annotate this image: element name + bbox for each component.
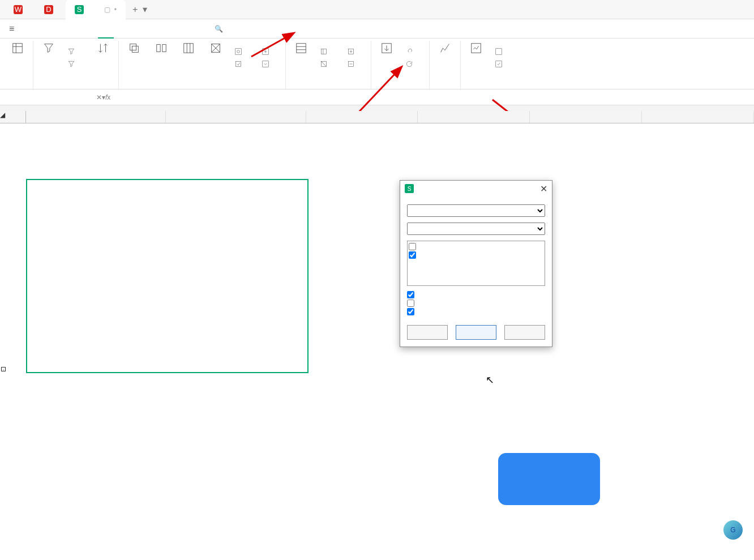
validity-button[interactable] xyxy=(206,41,225,57)
col-hdr-A[interactable] xyxy=(26,111,166,123)
sort-icon xyxy=(96,41,110,55)
menu-vip[interactable] xyxy=(161,19,177,39)
menu-search-icon[interactable]: 🔍 xyxy=(215,25,226,33)
reapply-button[interactable] xyxy=(66,58,85,70)
fill-button[interactable] xyxy=(233,58,252,70)
what-if-button[interactable] xyxy=(494,46,513,57)
jiguang-logo: G xyxy=(723,520,746,540)
menu-smart[interactable] xyxy=(193,19,209,39)
menu-file[interactable] xyxy=(19,19,35,39)
filter-icon xyxy=(41,41,56,55)
method-select[interactable] xyxy=(407,223,545,235)
remove-all-button[interactable] xyxy=(407,325,448,340)
group-icon xyxy=(319,46,329,57)
stock-button[interactable] xyxy=(435,41,455,57)
smart-analysis-button[interactable] xyxy=(466,41,486,57)
pivot-table-button[interactable] xyxy=(8,41,27,57)
svg-rect-9 xyxy=(13,44,23,53)
group-button[interactable] xyxy=(319,46,338,57)
pagebreak-check[interactable] xyxy=(407,299,545,307)
get-data-button[interactable] xyxy=(377,41,396,57)
jiguang-icon: G xyxy=(723,520,743,540)
filter-button[interactable] xyxy=(39,41,58,57)
check-icon xyxy=(494,59,504,69)
duplicates-icon xyxy=(127,41,142,55)
ok-button[interactable] xyxy=(456,325,496,340)
field-select[interactable] xyxy=(407,204,545,217)
below-check[interactable] xyxy=(407,307,545,316)
tab-workbook[interactable]: S▢ • xyxy=(66,0,126,19)
cancel-button[interactable] xyxy=(504,325,545,340)
col-hdr-D[interactable] xyxy=(418,111,530,123)
menu-bar: ≡ 🔍 xyxy=(0,19,754,39)
find-entry-button[interactable] xyxy=(233,46,252,57)
validity-icon xyxy=(208,41,223,55)
tab-wps[interactable]: W xyxy=(5,0,35,19)
refresh-all-button[interactable] xyxy=(404,58,423,70)
dropdown-list-button[interactable] xyxy=(260,58,280,70)
name-box[interactable]: ▾ xyxy=(0,92,91,102)
fill-icon xyxy=(233,59,243,69)
template-icon: D xyxy=(44,5,53,14)
menu-start[interactable] xyxy=(35,19,50,39)
menu-efficiency[interactable] xyxy=(177,19,193,39)
menu-review[interactable] xyxy=(114,19,130,39)
ungroup-button[interactable] xyxy=(319,58,338,70)
svg-rect-12 xyxy=(157,45,160,52)
items-listbox[interactable] xyxy=(407,241,545,286)
outline-minus[interactable]: - xyxy=(1,367,6,371)
col-hdr-B[interactable] xyxy=(166,111,306,123)
menu-tools[interactable] xyxy=(145,19,161,39)
col-hdr-F[interactable] xyxy=(642,111,754,123)
text-to-columns-button[interactable] xyxy=(179,41,198,57)
show-all-button[interactable] xyxy=(66,46,85,57)
dropdown-icon xyxy=(260,59,271,69)
col-hdr-E[interactable] xyxy=(530,111,642,123)
dialog-close-button[interactable]: ✕ xyxy=(540,183,547,194)
cancel-fx-icon[interactable]: ✕ xyxy=(96,93,102,101)
window-controls-icon[interactable]: ▢ • xyxy=(104,6,117,14)
data-check-button[interactable] xyxy=(494,58,513,70)
svg-rect-21 xyxy=(297,44,306,53)
expand-button[interactable] xyxy=(346,46,365,57)
formula-input[interactable] xyxy=(116,92,754,102)
tab-template[interactable]: D xyxy=(35,0,66,19)
data-compare-button[interactable] xyxy=(152,41,171,57)
get-data-icon xyxy=(379,41,394,55)
title-tabs: W D S▢ • + ▾ xyxy=(0,0,754,19)
select-all-corner[interactable]: ◢ xyxy=(0,111,26,123)
method-label xyxy=(407,217,545,220)
smart-icon xyxy=(469,41,483,55)
duplicates-button[interactable] xyxy=(125,41,144,57)
menu-insert[interactable] xyxy=(50,19,66,39)
menu-formula[interactable] xyxy=(82,19,98,39)
edit-link-button[interactable] xyxy=(404,46,423,57)
collapse-icon xyxy=(346,59,356,69)
menu-page[interactable] xyxy=(66,19,82,39)
svg-rect-29 xyxy=(496,61,502,67)
menu-data[interactable] xyxy=(98,19,114,39)
new-tab-button[interactable]: + ▾ xyxy=(126,4,154,15)
columns-icon xyxy=(181,41,196,55)
spreadsheet: ◢ xyxy=(0,111,754,560)
svg-rect-18 xyxy=(235,61,241,66)
svg-rect-27 xyxy=(472,44,481,53)
sort-button[interactable] xyxy=(93,41,113,57)
svg-rect-28 xyxy=(496,49,502,55)
formula-bar: ▾ ✕fx xyxy=(0,89,754,105)
consolidate-button[interactable] xyxy=(260,46,280,57)
item-name-check[interactable] xyxy=(409,242,543,251)
collapse-button[interactable] xyxy=(346,58,365,70)
dialog-app-icon: S xyxy=(405,184,414,193)
item-sales-check[interactable] xyxy=(409,251,543,259)
refresh-icon xyxy=(404,59,414,69)
col-hdr-C[interactable] xyxy=(306,111,418,123)
subtotal-button[interactable] xyxy=(292,41,311,57)
hamburger-icon[interactable]: ≡ xyxy=(5,24,19,34)
subtotal-dialog: S✕ xyxy=(400,180,552,347)
what-if-icon xyxy=(494,46,504,57)
fx-icon[interactable]: fx xyxy=(105,93,110,101)
name-box-input[interactable] xyxy=(0,92,97,102)
replace-check[interactable] xyxy=(407,290,545,299)
menu-view[interactable] xyxy=(130,19,145,39)
